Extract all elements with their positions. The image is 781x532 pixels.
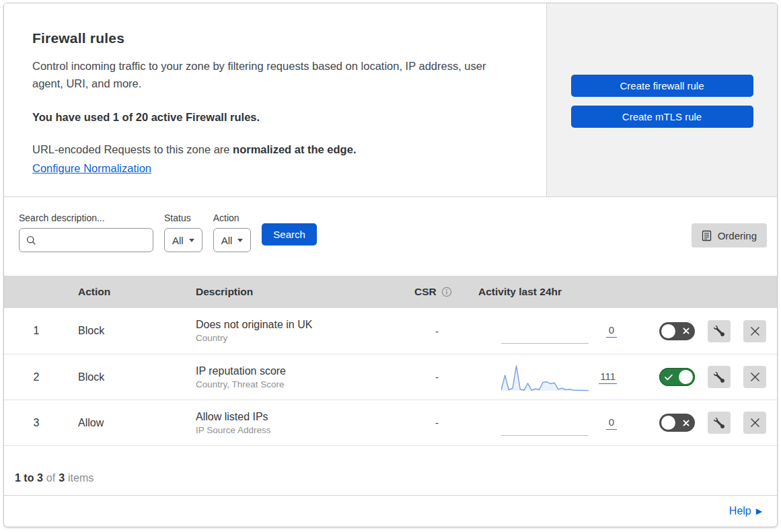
wrench-icon xyxy=(714,326,724,336)
activity-sparkline xyxy=(501,363,589,392)
header-section: Firewall rules Control incoming traffic … xyxy=(4,3,777,197)
pagination-bar: 1 to 3 of 3 items xyxy=(4,445,777,496)
chevron-down-icon xyxy=(189,239,194,242)
csr-label: CSR xyxy=(414,286,437,298)
rule-description-cell: IP reputation score Country, Threat Scor… xyxy=(186,365,405,389)
page-description: Control incoming traffic to your zone by… xyxy=(32,57,518,92)
search-button[interactable]: Search xyxy=(262,223,317,245)
rule-action: Block xyxy=(69,325,186,337)
toggle-x-icon xyxy=(683,420,690,426)
rule-activity-cell: 111 xyxy=(469,363,624,392)
items-word: items xyxy=(68,472,94,484)
create-mtls-rule-button[interactable]: Create mTLS rule xyxy=(571,106,753,128)
rule-csr: - xyxy=(405,371,469,383)
activity-count-link[interactable]: 0 xyxy=(606,324,617,338)
close-icon xyxy=(750,418,760,428)
column-activity: Activity last 24hr xyxy=(469,286,624,298)
column-csr: CSR xyxy=(405,286,469,298)
help-bar: Help ▶ xyxy=(4,496,777,527)
delete-rule-button[interactable] xyxy=(743,320,766,342)
search-input[interactable] xyxy=(42,235,146,246)
arrow-right-icon: ▶ xyxy=(756,507,762,515)
rule-enabled-toggle[interactable] xyxy=(659,368,695,386)
create-firewall-rule-button[interactable]: Create firewall rule xyxy=(571,75,753,97)
rule-fields: IP Source Address xyxy=(196,425,405,435)
close-icon xyxy=(750,372,760,382)
rule-activity-cell: 0 xyxy=(469,408,624,438)
rule-controls xyxy=(624,366,777,388)
table-row: 2 Block IP reputation score Country, Thr… xyxy=(4,354,777,400)
status-label: Status xyxy=(164,213,202,223)
toggle-knob xyxy=(679,370,693,384)
rule-priority: 1 xyxy=(4,325,69,337)
action-label: Action xyxy=(213,213,252,223)
edit-rule-button[interactable] xyxy=(708,320,731,342)
table-row: 1 Block Does not originate in UK Country… xyxy=(4,308,777,354)
activity-flatline xyxy=(501,408,589,438)
actions-panel: Create firewall rule Create mTLS rule xyxy=(546,3,777,196)
activity-count-link[interactable]: 0 xyxy=(606,416,617,430)
rule-action: Allow xyxy=(69,417,186,429)
status-value: All xyxy=(172,235,184,246)
toggle-check-icon xyxy=(665,374,673,381)
toggle-knob xyxy=(661,324,675,338)
wrench-icon xyxy=(714,372,724,383)
chevron-down-icon xyxy=(237,239,243,242)
rule-fields: Country, Threat Score xyxy=(196,379,405,389)
ordering-list-icon xyxy=(702,230,712,241)
toggle-x-icon xyxy=(683,328,690,334)
help-link[interactable]: Help ▶ xyxy=(729,505,762,517)
items-of: of xyxy=(46,472,55,484)
page-title: Firewall rules xyxy=(32,30,518,46)
search-label: Search description... xyxy=(19,213,153,223)
ordering-button[interactable]: Ordering xyxy=(692,223,767,248)
rule-fields: Country xyxy=(196,333,405,343)
table-header: Action Description CSR Activity last 24h… xyxy=(4,276,777,308)
configure-normalization-link[interactable]: Configure Normalization xyxy=(32,162,151,174)
rule-description-cell: Allow listed IPs IP Source Address xyxy=(186,411,405,435)
usage-summary: You have used 1 of 20 active Firewall ru… xyxy=(32,111,518,124)
edit-rule-button[interactable] xyxy=(708,366,731,388)
ordering-label: Ordering xyxy=(718,230,757,241)
search-icon xyxy=(26,235,36,245)
close-icon xyxy=(750,326,760,336)
edit-rule-button[interactable] xyxy=(708,412,731,434)
action-value: All xyxy=(221,235,233,246)
action-select[interactable]: All xyxy=(213,228,252,252)
rule-description-cell: Does not originate in UK Country xyxy=(186,319,405,343)
normalization-text: URL-encoded Requests to this zone are no… xyxy=(32,143,518,156)
rule-csr: - xyxy=(405,417,469,428)
rule-controls xyxy=(624,412,777,434)
table-row: 3 Allow Allow listed IPs IP Source Addre… xyxy=(4,400,777,445)
rule-enabled-toggle[interactable] xyxy=(659,414,695,432)
rule-csr: - xyxy=(405,326,469,337)
rule-description: IP reputation score xyxy=(196,365,405,377)
column-action: Action xyxy=(69,286,186,298)
search-field-group: Search description... xyxy=(19,213,153,252)
normalization-prefix: URL-encoded Requests to this zone are xyxy=(32,143,233,155)
search-input-wrapper xyxy=(19,228,153,252)
rule-priority: 2 xyxy=(4,371,69,383)
status-select[interactable]: All xyxy=(164,228,202,252)
help-label: Help xyxy=(729,505,751,517)
normalization-bold: normalized at the edge. xyxy=(233,143,356,155)
rule-enabled-toggle[interactable] xyxy=(659,322,695,340)
rule-controls xyxy=(624,320,777,342)
delete-rule-button[interactable] xyxy=(743,412,766,434)
items-range: 1 to 3 xyxy=(15,472,43,484)
rule-action: Block xyxy=(69,371,186,383)
info-icon[interactable] xyxy=(441,287,452,297)
rule-description: Allow listed IPs xyxy=(196,411,405,423)
activity-flatline xyxy=(501,316,589,346)
wrench-icon xyxy=(714,418,724,428)
toggle-knob xyxy=(661,416,675,430)
rule-description: Does not originate in UK xyxy=(196,319,405,331)
items-total: 3 xyxy=(59,472,65,484)
activity-count-link[interactable]: 111 xyxy=(599,371,617,384)
column-description: Description xyxy=(186,286,405,298)
intro-panel: Firewall rules Control incoming traffic … xyxy=(4,3,546,196)
firewall-rules-card: Firewall rules Control incoming traffic … xyxy=(3,3,778,527)
delete-rule-button[interactable] xyxy=(743,366,766,388)
rule-activity-cell: 0 xyxy=(469,316,624,346)
rule-priority: 3 xyxy=(4,417,69,429)
